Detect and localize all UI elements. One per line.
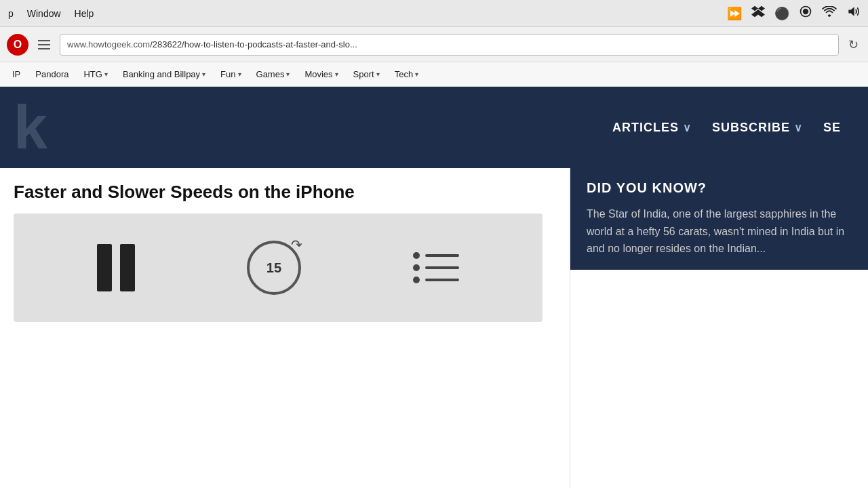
menu-bar: p Window Help ⏩ ⚫ (0, 0, 868, 27)
playlist-dash (425, 266, 459, 269)
fast-forward-icon: ⏩ (727, 6, 742, 21)
wifi-icon (822, 6, 837, 20)
bookmark-movies[interactable]: Movies ▾ (298, 66, 344, 82)
pause-bar-left (97, 244, 112, 291)
bookmark-games[interactable]: Games ▾ (250, 66, 297, 82)
bookmarks-bar: IP Pandora HTG ▾ Banking and Billpay ▾ F… (0, 62, 868, 87)
chevron-down-icon: ▾ (376, 70, 380, 78)
site-nav: ARTICLES ∨ SUBSCRIBE ∨ SE (612, 121, 841, 135)
menu-item-window[interactable]: Window (27, 8, 61, 19)
hamburger-button[interactable] (35, 37, 53, 52)
svg-point-0 (803, 9, 808, 14)
did-you-know-title: DID YOU KNOW? (587, 180, 852, 196)
article-title: Faster and Slower Speeds on the iPhone (14, 182, 556, 203)
address-bar: O www.howtogeek.com /283622/how-to-liste… (0, 27, 868, 62)
bookmark-fun[interactable]: Fun ▾ (214, 66, 248, 82)
bookmark-pandora[interactable]: Pandora (28, 66, 75, 82)
skip-arrow-icon: ↷ (291, 237, 302, 253)
no-symbol-icon: ⚫ (774, 6, 789, 21)
skip-forward-button[interactable]: 15 ↷ (247, 241, 301, 295)
audio-icon (799, 5, 812, 22)
audio-player: 15 ↷ (14, 214, 542, 322)
site-header: k ARTICLES ∨ SUBSCRIBE ∨ SE (0, 87, 868, 168)
nav-subscribe[interactable]: SUBSCRIBE ∨ (712, 121, 803, 135)
playlist-dot (413, 264, 420, 271)
chevron-down-icon: ▾ (286, 70, 290, 78)
main-content: Faster and Slower Speeds on the iPhone 1… (0, 168, 570, 488)
menu-item-p[interactable]: p (8, 8, 14, 19)
chevron-down-icon: ∨ (683, 121, 692, 134)
bookmark-sport[interactable]: Sport ▾ (347, 66, 387, 82)
bookmark-htg[interactable]: HTG ▾ (77, 66, 114, 82)
bookmark-tech[interactable]: Tech ▾ (388, 66, 425, 82)
playlist-row (413, 264, 459, 271)
volume-icon (846, 5, 860, 21)
pause-button[interactable] (97, 244, 135, 291)
bookmark-ip[interactable]: IP (5, 66, 27, 82)
chevron-down-icon: ▾ (415, 70, 418, 78)
chevron-down-icon: ▾ (238, 70, 241, 78)
url-bar[interactable]: www.howtogeek.com /283622/how-to-listen-… (60, 34, 839, 56)
playlist-dash (425, 279, 459, 281)
nav-search[interactable]: SE (823, 121, 841, 135)
playlist-row (413, 252, 459, 259)
site-logo: k (14, 97, 47, 158)
did-you-know-text: The Star of India, one of the largest sa… (587, 205, 852, 258)
chevron-down-icon: ∨ (794, 121, 803, 134)
svg-marker-2 (848, 7, 854, 16)
playlist-row (413, 277, 459, 283)
menu-bar-right: ⏩ ⚫ (727, 5, 860, 22)
chevron-down-icon: ▾ (335, 70, 338, 78)
playlist-dash (425, 254, 459, 257)
content-area: Faster and Slower Speeds on the iPhone 1… (0, 168, 868, 488)
url-secure: www.howtogeek.com (67, 39, 150, 49)
menu-item-help[interactable]: Help (75, 8, 94, 19)
nav-articles[interactable]: ARTICLES ∨ (612, 121, 692, 135)
playlist-dot (413, 277, 420, 283)
bookmark-banking[interactable]: Banking and Billpay ▾ (116, 66, 212, 82)
chevron-down-icon: ▾ (104, 70, 108, 78)
playlist-button[interactable] (413, 252, 459, 283)
playlist-dot (413, 252, 420, 259)
pause-bar-right (120, 244, 135, 291)
browser-logo: O (7, 34, 28, 56)
sidebar: DID YOU KNOW? The Star of India, one of … (570, 168, 868, 488)
refresh-button[interactable]: ↻ (846, 35, 861, 55)
menu-bar-left: p Window Help (8, 8, 94, 19)
skip-seconds-label: 15 (267, 260, 281, 276)
did-you-know-box: DID YOU KNOW? The Star of India, one of … (570, 168, 868, 270)
chevron-down-icon: ▾ (202, 70, 205, 78)
dropbox-icon (751, 5, 765, 22)
url-path: /283622/how-to-listen-to-podcasts-at-fas… (150, 39, 357, 49)
